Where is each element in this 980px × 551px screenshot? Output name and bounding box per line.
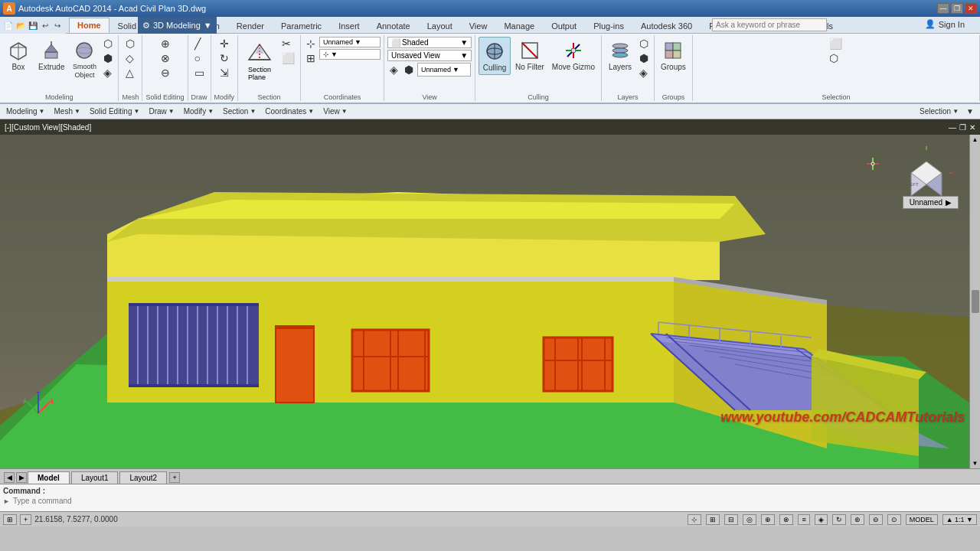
rb-mesh[interactable]: Mesh ▼: [51, 107, 83, 116]
status-ducs-btn[interactable]: ⊙: [887, 514, 901, 525]
qat-redo[interactable]: ↪: [52, 20, 63, 31]
tab-plugins[interactable]: Plug-ins: [585, 18, 632, 33]
scroll-up-btn[interactable]: ▲: [972, 136, 978, 143]
qat-open[interactable]: 📂: [15, 20, 26, 31]
box-button[interactable]: Box: [3, 37, 34, 73]
groups-button[interactable]: Groups: [658, 37, 689, 73]
no-filter-button[interactable]: No Filter: [512, 37, 547, 73]
section-small-2[interactable]: ⬜: [279, 51, 297, 65]
status-model-btn[interactable]: MODEL: [906, 514, 938, 525]
rb-modeling[interactable]: Modeling ▼: [3, 107, 48, 116]
tab-output[interactable]: Output: [543, 18, 585, 33]
layers-button[interactable]: Layers: [605, 37, 635, 73]
section-small-1[interactable]: ✂: [279, 37, 297, 51]
model-small-3[interactable]: ◈: [101, 66, 115, 80]
mesh-btn-2[interactable]: ◇: [123, 51, 137, 65]
status-sel-cycling-btn[interactable]: ↻: [832, 514, 846, 525]
tab-insert[interactable]: Insert: [330, 18, 368, 33]
unsaved-view-dropdown[interactable]: Unsaved View ▼: [387, 50, 472, 61]
layers-small-3[interactable]: ◈: [637, 66, 651, 80]
status-3dosnap-btn[interactable]: ⊛: [851, 514, 864, 525]
tab-annotate[interactable]: Annotate: [368, 18, 419, 33]
smooth-object-button[interactable]: SmoothObject: [69, 37, 100, 81]
move-gizmo-button[interactable]: Move Gizmo: [549, 37, 598, 73]
unnamed-dropdown[interactable]: Unnamed ▼: [319, 37, 381, 47]
tab-layout2[interactable]: Layout2: [119, 471, 167, 484]
viewport-close-btn[interactable]: ✕: [969, 123, 975, 132]
tab-manage[interactable]: Manage: [495, 18, 543, 33]
tab-next-btn[interactable]: ▶: [16, 472, 27, 483]
viewport-restore-btn[interactable]: ❐: [959, 123, 966, 132]
tab-render[interactable]: Render: [228, 18, 273, 33]
status-scale-btn[interactable]: ▲ 1:1 ▼: [942, 514, 977, 525]
solid-btn-3[interactable]: ⊖: [158, 66, 172, 80]
section-plane-button[interactable]: SectionPlane: [241, 37, 278, 83]
rb-coordinates[interactable]: Coordinates ▼: [262, 107, 317, 116]
layers-small-2[interactable]: ⬢: [637, 51, 651, 65]
status-snap-btn[interactable]: ⊹: [688, 514, 701, 525]
viewport-minimize-btn[interactable]: —: [949, 123, 956, 132]
command-input[interactable]: [13, 497, 977, 505]
view-btn-2[interactable]: ⬢: [402, 63, 416, 77]
mesh-btn-3[interactable]: △: [123, 66, 137, 80]
status-lineweight-btn[interactable]: ≡: [798, 514, 809, 525]
view-unnamed-dropdown[interactable]: Unnamed ▼: [417, 63, 471, 77]
tab-layout[interactable]: Layout: [419, 18, 461, 33]
tab-add-btn[interactable]: +: [169, 472, 180, 483]
tab-a360[interactable]: Autodesk 360: [632, 18, 701, 33]
status-polar-btn[interactable]: ◎: [743, 514, 756, 525]
nav-cube[interactable]: LEFT: [896, 142, 957, 204]
status-zoom-in[interactable]: +: [20, 514, 31, 525]
viewport-scrollbar[interactable]: ▲ ▼: [969, 135, 980, 468]
rb-modify[interactable]: Modify ▼: [181, 107, 217, 116]
draw-circle[interactable]: ○: [192, 51, 207, 65]
extrude-button[interactable]: Extrude: [35, 37, 67, 73]
workspace-dropdown[interactable]: ⚙ 3D Modeling ▼: [138, 17, 217, 34]
qat-undo[interactable]: ↩: [40, 20, 51, 31]
tab-home[interactable]: Home: [69, 18, 109, 33]
coords-btn-2[interactable]: ⊞: [304, 51, 318, 65]
status-transparency-btn[interactable]: ◈: [815, 514, 828, 525]
culling-button[interactable]: Culling: [479, 37, 511, 75]
restore-button[interactable]: ❐: [951, 3, 963, 14]
modify-scale[interactable]: ⇲: [217, 66, 231, 80]
tab-view[interactable]: View: [461, 18, 496, 33]
status-otrack-btn[interactable]: ⊗: [779, 514, 793, 525]
scroll-down-btn[interactable]: ▼: [972, 460, 978, 467]
coords-display[interactable]: ⊹ ▼: [319, 49, 381, 60]
search-input[interactable]: [712, 18, 827, 31]
solid-btn-2[interactable]: ⊗: [158, 51, 172, 65]
coords-btn-1[interactable]: ⊹: [304, 37, 318, 51]
selection-btn-2[interactable]: ⬡: [827, 51, 844, 65]
draw-line[interactable]: ╱: [192, 37, 207, 51]
tab-model[interactable]: Model: [28, 471, 70, 484]
tab-prev-btn[interactable]: ◀: [4, 472, 15, 483]
model-small-1[interactable]: ⬡: [101, 37, 115, 51]
unnamed-view-selector[interactable]: Unnamed ▶: [903, 196, 959, 209]
status-dynucs-btn[interactable]: ⊖: [869, 514, 883, 525]
signin-label[interactable]: Sign In: [939, 20, 965, 29]
close-button[interactable]: ✕: [965, 3, 977, 14]
modify-move[interactable]: ✛: [217, 37, 231, 51]
minimize-button[interactable]: —: [937, 3, 949, 14]
draw-rect[interactable]: ▭: [192, 66, 207, 80]
status-ortho-btn[interactable]: ⊟: [724, 514, 738, 525]
modify-rotate[interactable]: ↻: [217, 51, 231, 65]
qat-new[interactable]: 📄: [3, 20, 14, 31]
rb-right-btn-1[interactable]: Selection ▼: [916, 107, 962, 116]
qat-save[interactable]: 💾: [28, 20, 38, 31]
shaded-dropdown[interactable]: ⬜ Shaded ▼: [387, 37, 472, 48]
status-zoom-extents[interactable]: ⊞: [3, 514, 17, 525]
mesh-btn-1[interactable]: ⬡: [123, 37, 137, 51]
status-osnap-btn[interactable]: ⊕: [761, 514, 775, 525]
status-grid-btn[interactable]: ⊞: [706, 514, 720, 525]
selection-btn-1[interactable]: ⬜: [827, 37, 844, 51]
rb-view[interactable]: View ▼: [320, 107, 350, 116]
scroll-thumb[interactable]: [972, 290, 979, 313]
model-small-2[interactable]: ⬢: [101, 51, 115, 65]
tab-parametric[interactable]: Parametric: [273, 18, 330, 33]
rb-section[interactable]: Section ▼: [220, 107, 259, 116]
solid-btn-1[interactable]: ⊕: [158, 37, 172, 51]
rb-expand[interactable]: ▼: [963, 107, 977, 116]
rb-draw[interactable]: Draw ▼: [145, 107, 177, 116]
